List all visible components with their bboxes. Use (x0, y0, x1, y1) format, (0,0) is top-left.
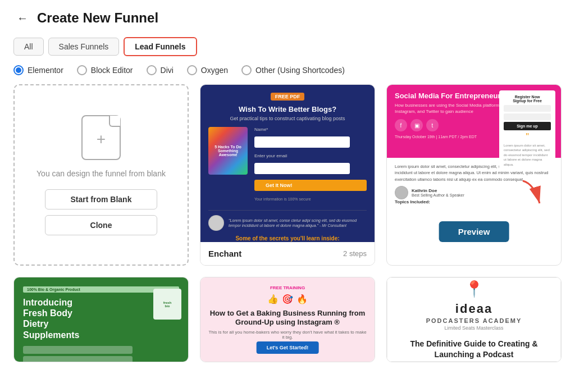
social-author-name: Kathrin Doe (412, 188, 464, 193)
radio-label-oxygen: Oxygen (201, 66, 228, 75)
social-register-box: Register NowSignup for Free Sign me up "… (499, 90, 555, 171)
radio-circle-elementor (13, 65, 24, 75)
enchant-card-name: Enchant (208, 249, 241, 258)
social-register-title: Register NowSignup for Free (504, 95, 551, 103)
fresh-body-preview-button[interactable]: Preview (67, 330, 135, 350)
podcast-preview: 📍 ideaa PODCASTERS ACADEMY Limited Seats… (387, 277, 561, 362)
social-preview: Social Media For Entrepreneurs How busin… (387, 85, 561, 253)
radio-label-block-editor: Block Editor (91, 66, 133, 75)
blank-card: + You can design the funnel from blank S… (13, 84, 189, 266)
radio-circle-other (241, 65, 252, 75)
enchant-card-footer: Enchant 2 steps (200, 242, 375, 265)
baking-preview-button[interactable]: Preview (254, 330, 322, 350)
social-lorem-small: Lorem ipsum dolor sit amet, consectetur … (504, 143, 551, 167)
start-from-blank-button[interactable]: Start from Blank (45, 189, 157, 209)
radio-elementor[interactable]: Elementor (13, 65, 63, 75)
radio-block-editor[interactable]: Block Editor (77, 65, 133, 75)
social-email-input (504, 113, 551, 120)
radio-label-divi: Divi (161, 66, 174, 75)
radio-label-other: Other (Using Shortcodes) (255, 66, 345, 75)
radio-label-elementor: Elementor (28, 66, 63, 75)
page-title: Create New Funnel (37, 10, 158, 26)
preview-arrow (517, 178, 545, 214)
tab-sales-funnels[interactable]: Sales Funnels (48, 38, 120, 56)
blank-card-icon: + (81, 115, 121, 160)
fresh-body-card[interactable]: 100% Bio & Organic Product IntroducingFr… (13, 277, 189, 362)
social-quote-icon: " (504, 132, 551, 142)
enchant-preview-button[interactable]: Preview (254, 210, 322, 231)
template-grid: + You can design the funnel from blank S… (0, 84, 575, 376)
radio-other[interactable]: Other (Using Shortcodes) (241, 65, 345, 75)
enchant-card-steps: 2 steps (343, 249, 367, 258)
social-media-card[interactable]: Social Media For Entrepreneurs How busin… (386, 84, 562, 266)
clone-button[interactable]: Clone (45, 215, 157, 235)
tab-all[interactable]: All (13, 38, 44, 56)
podcast-card[interactable]: 📍 ideaa PODCASTERS ACADEMY Limited Seats… (386, 277, 562, 362)
social-sign-btn: Sign me up (504, 122, 551, 130)
blank-card-description: You can design the funnel from blank (36, 169, 166, 178)
social-tw-icon: t (426, 119, 439, 131)
enchant-preview: FREE PDF Wish To Write Better Blogs? Get… (200, 85, 375, 242)
baking-preview: FREE TRAINING 👍 🎯 🔥 How to Get a Baking … (200, 277, 375, 362)
social-author-title: Best Selling Author & Speaker (412, 193, 464, 197)
enchant-card[interactable]: FREE PDF Wish To Write Better Blogs? Get… (200, 84, 375, 266)
blank-card-actions: Start from Blank Clone (45, 189, 157, 235)
header: ← Create New Funnel (0, 0, 575, 33)
radio-circle-block-editor (77, 65, 87, 75)
back-button[interactable]: ← (13, 12, 31, 25)
tab-lead-funnels[interactable]: Lead Funnels (124, 37, 197, 56)
radio-circle-divi (147, 65, 157, 75)
fresh-body-preview: 100% Bio & Organic Product IntroducingFr… (14, 277, 188, 362)
social-author-info: Kathrin Doe Best Selling Author & Speake… (412, 188, 464, 197)
radio-circle-oxygen (187, 65, 197, 75)
radio-divi[interactable]: Divi (147, 65, 174, 75)
social-author-avatar (395, 186, 408, 199)
radio-row: Elementor Block Editor Divi Oxygen Other… (0, 63, 575, 84)
social-top: Social Media For Entrepreneurs How busin… (387, 85, 561, 158)
tabs-row: All Sales Funnels Lead Funnels (0, 33, 575, 63)
social-ig-icon: ▣ (410, 119, 423, 131)
podcast-preview-button[interactable]: Preview (440, 330, 508, 350)
social-name-input (504, 105, 551, 112)
radio-oxygen[interactable]: Oxygen (187, 65, 228, 75)
social-preview-button-container: Preview (439, 221, 509, 242)
social-fb-icon: f (395, 119, 407, 131)
baking-card[interactable]: FREE TRAINING 👍 🎯 🔥 How to Get a Baking … (200, 277, 375, 362)
social-preview-button[interactable]: Preview (439, 221, 509, 242)
